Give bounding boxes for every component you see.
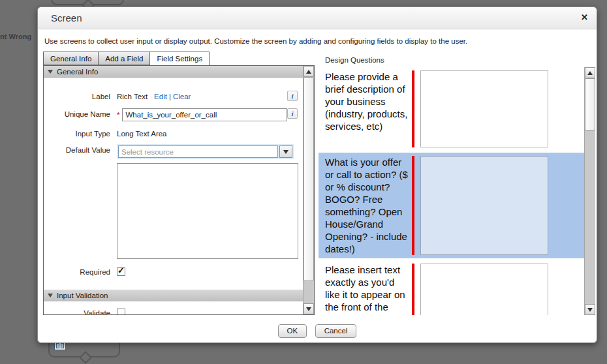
triangle-down-icon xyxy=(587,308,593,312)
flow-connector-diamond-icon xyxy=(79,351,92,364)
dialog-footer: OK Cancel xyxy=(38,324,597,338)
link-separator: | xyxy=(167,91,173,100)
required-bar xyxy=(412,70,414,147)
required-label: Required xyxy=(44,266,110,276)
screen-dialog: Screen ✕ Use screens to collect user inp… xyxy=(37,7,597,343)
section-header-general-info[interactable]: General Info xyxy=(44,66,303,78)
default-value-row: Default Value xyxy=(44,144,303,159)
default-value-textarea[interactable] xyxy=(117,163,298,259)
triangle-up-icon xyxy=(587,71,593,75)
validate-label: Validate xyxy=(44,307,110,314)
tab-general-info[interactable]: General Info xyxy=(43,52,98,65)
left-scrollbar[interactable] xyxy=(303,66,314,314)
info-icon[interactable]: i xyxy=(287,108,298,119)
tab-bar: General Info Add a Field Field Settings xyxy=(43,52,210,66)
question-text: Please provide a brief description of yo… xyxy=(325,70,411,147)
caret-down-icon xyxy=(283,150,288,154)
dialog-header: Screen ✕ xyxy=(38,7,597,29)
dialog-title: Screen xyxy=(38,7,597,29)
input-type-row: Input Type Long Text Area xyxy=(44,128,303,138)
preview-field-row[interactable]: Please provide a brief description of yo… xyxy=(319,67,584,151)
required-bar xyxy=(412,264,414,315)
field-settings-panel: General Info Label Rich Text Edit | Clea… xyxy=(43,65,315,315)
unique-name-row: Unique Name * i xyxy=(44,108,303,121)
unique-name-input[interactable] xyxy=(122,108,287,121)
scroll-up-button[interactable] xyxy=(304,66,314,77)
validate-row: Validate xyxy=(44,307,303,314)
preview-rows: Please provide a brief description of yo… xyxy=(319,67,584,315)
input-type-value: Long Text Area xyxy=(117,128,167,138)
edit-link[interactable]: Edit xyxy=(154,91,167,100)
preview-textarea[interactable] xyxy=(420,264,548,315)
tab-add-a-field[interactable]: Add a Field xyxy=(98,52,149,65)
triangle-down-icon xyxy=(306,307,311,311)
preview-textarea[interactable] xyxy=(420,156,548,255)
label-row: Label Rich Text Edit | Clear i xyxy=(44,91,303,101)
tab-field-settings[interactable]: Field Settings xyxy=(149,52,210,66)
question-text: Please insert text exactly as you'd like… xyxy=(325,264,411,315)
dialog-description: Use screens to collect user input or dis… xyxy=(44,37,467,45)
checkmark-icon: ✓ xyxy=(117,265,125,275)
clear-link[interactable]: Clear xyxy=(173,91,191,100)
collapse-triangle-icon xyxy=(48,294,53,297)
default-value-combobox xyxy=(117,144,294,159)
dropdown-button[interactable] xyxy=(279,145,292,158)
close-icon[interactable]: ✕ xyxy=(581,12,588,23)
scroll-up-button[interactable] xyxy=(585,67,595,78)
preview-field-row-selected[interactable]: What is your offer or call to action? ($… xyxy=(319,153,584,258)
section-label: General Info xyxy=(57,68,98,76)
ok-button[interactable]: OK xyxy=(278,324,307,338)
validate-checkbox[interactable] xyxy=(117,309,125,314)
info-icon[interactable]: i xyxy=(287,91,298,101)
preview-textarea[interactable] xyxy=(420,70,548,147)
screen-preview-panel: Please provide a brief description of yo… xyxy=(319,67,595,315)
background-canvas-text: ent Wrong xyxy=(0,33,31,40)
label-row-value: Rich Text xyxy=(117,91,148,100)
section-label: Input Validation xyxy=(57,292,108,299)
scroll-down-button[interactable] xyxy=(304,303,314,314)
label-row-label: Label xyxy=(44,91,110,100)
preview-title: Design Questions xyxy=(325,56,384,64)
scrollbar-thumb[interactable] xyxy=(304,77,314,281)
section-header-input-validation[interactable]: Input Validation xyxy=(44,290,303,301)
triangle-up-icon xyxy=(306,70,311,74)
unique-name-label: Unique Name xyxy=(44,108,110,118)
scrollbar-thumb[interactable] xyxy=(585,78,595,130)
input-type-label: Input Type xyxy=(44,128,110,138)
right-scrollbar[interactable] xyxy=(584,67,595,315)
required-bar xyxy=(412,156,414,255)
collapse-triangle-icon xyxy=(48,70,53,74)
required-asterisk: * xyxy=(117,108,122,119)
flow-canvas-node-top xyxy=(51,0,124,5)
required-row: Required ✓ xyxy=(44,266,303,276)
required-checkbox[interactable]: ✓ xyxy=(117,267,125,276)
scroll-down-button[interactable] xyxy=(585,304,595,315)
resource-select-input[interactable] xyxy=(118,145,278,158)
preview-field-row[interactable]: Please insert text exactly as you'd like… xyxy=(319,260,584,315)
question-text: What is your offer or call to action? ($… xyxy=(325,156,411,255)
cancel-button[interactable]: Cancel xyxy=(315,324,357,338)
default-value-label: Default Value xyxy=(44,144,110,154)
field-settings-scroll-area: General Info Label Rich Text Edit | Clea… xyxy=(44,66,303,314)
